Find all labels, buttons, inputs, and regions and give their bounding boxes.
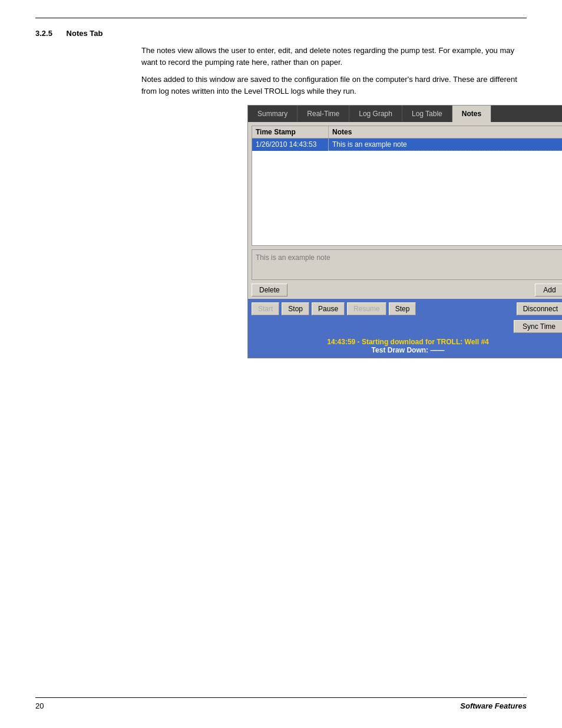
tab-logtable[interactable]: Log Table	[402, 106, 452, 122]
tab-loggraph[interactable]: Log Graph	[349, 106, 402, 122]
content-block: The notes view allows the user to enter,…	[141, 45, 527, 358]
section-title: Notes Tab	[67, 29, 103, 38]
table-row-selected[interactable]: 1/26/2010 14:43:53 This is an example no…	[252, 139, 562, 151]
disconnect-button[interactable]: Disconnect	[517, 302, 562, 315]
note-edit-area[interactable]: This is an example note	[252, 249, 562, 280]
section-footer-title: Software Features	[460, 701, 527, 710]
tab-bar: Summary Real-Time Log Graph Log Table No…	[248, 106, 562, 122]
cell-note: This is an example note	[329, 139, 562, 151]
section-heading: 3.2.5 Notes Tab	[35, 29, 527, 38]
sync-row: Sync Time	[248, 319, 562, 335]
add-button[interactable]: Add	[535, 284, 562, 297]
status-line2: Test Draw Down: ——	[252, 346, 562, 354]
buttons-row: Delete Add	[252, 284, 562, 297]
page-number: 20	[35, 701, 44, 710]
col-notes-header: Notes	[329, 126, 562, 138]
table-header: Time Stamp Notes	[252, 126, 562, 139]
start-button[interactable]: Start	[252, 302, 279, 315]
col-timestamp-header: Time Stamp	[252, 126, 329, 138]
step-button[interactable]: Step	[389, 302, 416, 315]
notes-table: Time Stamp Notes 1/26/2010 14:43:53 This…	[252, 126, 562, 246]
paragraph-1: The notes view allows the user to enter,…	[141, 45, 527, 68]
note-edit-text: This is an example note	[256, 253, 330, 262]
cell-timestamp: 1/26/2010 14:43:53	[252, 139, 329, 151]
tab-notes[interactable]: Notes	[452, 106, 491, 122]
page-footer: 20 Software Features	[35, 697, 527, 710]
pause-button[interactable]: Pause	[312, 302, 345, 315]
delete-button[interactable]: Delete	[252, 284, 287, 297]
section-number: 3.2.5	[35, 29, 52, 38]
top-border	[35, 18, 527, 18]
status-bar: 14:43:59 - Starting download for TROLL: …	[248, 335, 562, 358]
tab-realtime[interactable]: Real-Time	[297, 106, 349, 122]
resume-button[interactable]: Resume	[347, 302, 386, 315]
sync-time-button[interactable]: Sync Time	[514, 320, 562, 333]
app-window: Summary Real-Time Log Graph Log Table No…	[247, 105, 562, 358]
page: 3.2.5 Notes Tab The notes view allows th…	[0, 0, 562, 728]
status-line1: 14:43:59 - Starting download for TROLL: …	[252, 338, 562, 346]
paragraph-2: Notes added to this window are saved to …	[141, 74, 527, 97]
tab-summary[interactable]: Summary	[248, 106, 297, 122]
stop-button[interactable]: Stop	[282, 302, 309, 315]
table-body-empty	[252, 151, 562, 245]
control-buttons-row: Start Stop Pause Resume Step Disconnect	[248, 299, 562, 319]
